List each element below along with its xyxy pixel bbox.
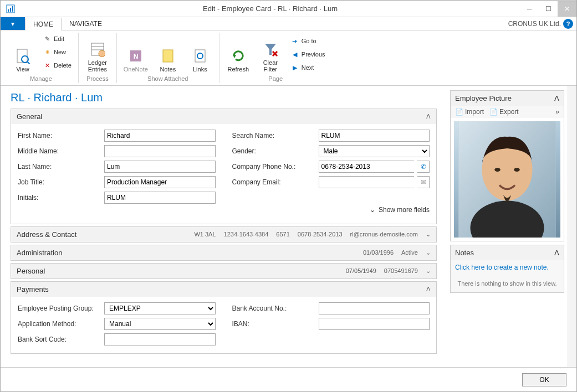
fasttab-general: General ᐱ First Name: Middle Name: Last … <box>11 109 437 224</box>
initials-field[interactable] <box>104 192 216 204</box>
fasttab-address-header[interactable]: Address & Contact W1 3AL 1234-1643-4384 … <box>11 227 436 242</box>
goto-button[interactable]: ➔Go to <box>288 35 328 47</box>
ledger-entries-button[interactable]: Ledger Entries <box>83 33 112 73</box>
previous-button[interactable]: ◀Previous <box>288 48 328 60</box>
svg-rect-13 <box>163 50 173 62</box>
fasttab-address-contact: Address & Contact W1 3AL 1234-1643-4384 … <box>11 226 437 243</box>
middle-name-field[interactable] <box>104 145 216 157</box>
import-button[interactable]: 📄Import <box>455 108 484 116</box>
window-title: Edit - Employee Card - RL · Richard · Lu… <box>21 4 520 13</box>
notes-empty-text: There is nothing to show in this view. <box>451 275 564 292</box>
more-icon[interactable]: » <box>555 108 559 116</box>
links-icon <box>191 47 209 65</box>
footer: OK <box>1 367 576 391</box>
file-menu[interactable]: ▾ <box>1 17 25 30</box>
last-name-field[interactable] <box>104 161 216 173</box>
application-method-select[interactable]: Manual <box>104 318 216 330</box>
view-button[interactable]: View <box>8 33 37 73</box>
fasttab-payments: Payments ᐱ Employee Posting Group:EMPLEX… <box>11 281 437 354</box>
main-content: RL · Richard · Lum General ᐱ First Name:… <box>1 86 447 367</box>
phone-action-icon[interactable]: ✆ <box>417 161 430 173</box>
job-title-field[interactable] <box>104 176 216 188</box>
group-page: Page <box>268 75 283 83</box>
first-name-field[interactable] <box>104 130 216 142</box>
arrow-right-icon: ➔ <box>290 37 299 45</box>
svg-point-25 <box>514 168 520 172</box>
minimize-button[interactable]: ─ <box>520 1 539 17</box>
refresh-icon <box>229 47 247 65</box>
fasttab-personal-header[interactable]: Personal 07/05/1949 0705491679 ⌄ <box>11 264 436 278</box>
edit-button[interactable]: ✎Edit <box>40 33 74 45</box>
create-note-link[interactable]: Click here to create a new note. <box>451 260 564 275</box>
title-bar: Edit - Employee Card - RL · Richard · Lu… <box>1 1 576 17</box>
export-button[interactable]: 📄Export <box>489 108 519 116</box>
ledger-icon <box>89 40 106 58</box>
svg-line-6 <box>27 61 30 64</box>
svg-point-24 <box>494 168 501 172</box>
tab-navigate[interactable]: NAVIGATE <box>62 17 110 30</box>
next-button[interactable]: ▶Next <box>288 61 328 74</box>
clear-filter-icon <box>262 40 279 58</box>
iban-field[interactable] <box>319 318 430 330</box>
company-phone-field[interactable] <box>319 161 415 173</box>
fasttab-personal: Personal 07/05/1949 0705491679 ⌄ <box>11 263 437 279</box>
page-title: RL · Richard · Lum <box>11 91 437 104</box>
chevron-up-icon: ᐱ <box>426 113 431 120</box>
fasttab-general-header[interactable]: General ᐱ <box>11 109 436 124</box>
svg-marker-16 <box>233 55 236 58</box>
bank-account-field[interactable] <box>319 302 430 314</box>
chevron-left-icon: ◀ <box>290 50 299 59</box>
new-icon: ✷ <box>43 48 52 56</box>
side-panels: Employee Pictureᐱ 📄Import 📄Export » <box>447 86 568 367</box>
svg-rect-14 <box>195 50 205 62</box>
onenote-icon: N <box>127 47 145 65</box>
svg-rect-2 <box>10 8 11 12</box>
posting-group-select[interactable]: EMPLEXP <box>104 302 216 314</box>
chevron-up-icon[interactable]: ᐱ <box>554 94 559 102</box>
show-more-fields[interactable]: ⌄Show more fields <box>18 204 430 216</box>
links-button[interactable]: Links <box>186 33 215 73</box>
maximize-button[interactable]: ☐ <box>539 1 558 17</box>
email-action-icon[interactable]: ✉ <box>417 176 430 188</box>
export-icon: 📄 <box>489 108 498 116</box>
close-button[interactable]: ✕ <box>558 1 576 17</box>
ok-button[interactable]: OK <box>522 373 566 386</box>
help-icon[interactable]: ? <box>563 19 573 29</box>
new-button[interactable]: ✷New <box>40 46 74 58</box>
search-name-field[interactable] <box>319 130 430 142</box>
svg-rect-1 <box>8 9 9 12</box>
chevron-up-icon[interactable]: ᐱ <box>554 249 559 257</box>
pencil-icon: ✎ <box>43 34 52 43</box>
group-show-attached: Show Attached <box>147 75 188 83</box>
chevron-right-icon: ▶ <box>290 63 299 72</box>
delete-icon: ✕ <box>43 61 52 70</box>
svg-text:N: N <box>133 53 138 60</box>
app-icon <box>4 2 17 16</box>
onenote-button[interactable]: N OneNote <box>121 33 150 73</box>
notes-panel: Notesᐱ Click here to create a new note. … <box>450 245 564 293</box>
clear-filter-button[interactable]: Clear Filter <box>256 33 285 73</box>
gender-select[interactable]: Male <box>319 145 430 157</box>
chevron-down-icon: ⌄ <box>426 231 431 238</box>
employee-photo <box>454 121 560 238</box>
ribbon-tabs: ▾ HOME NAVIGATE CRONUS UK Ltd. ? <box>1 17 576 30</box>
view-icon <box>14 47 32 65</box>
employee-picture-panel: Employee Pictureᐱ 📄Import 📄Export » <box>450 90 564 241</box>
company-email-field[interactable] <box>319 176 415 188</box>
svg-rect-3 <box>12 6 13 12</box>
tab-home[interactable]: HOME <box>25 18 62 30</box>
scrollbar[interactable] <box>568 86 576 367</box>
delete-button[interactable]: ✕Delete <box>40 59 74 71</box>
chevron-up-icon: ᐱ <box>426 286 431 293</box>
bank-sort-code-field[interactable] <box>104 333 216 345</box>
notes-icon <box>159 47 177 65</box>
refresh-button[interactable]: Refresh <box>224 33 253 73</box>
chevron-down-icon: ⌄ <box>426 267 431 275</box>
fasttab-administration-header[interactable]: Administration 01/03/1996 Active ⌄ <box>11 245 436 260</box>
group-process: Process <box>86 75 109 83</box>
svg-point-10 <box>99 50 105 57</box>
chevron-down-icon: ⌄ <box>370 206 375 214</box>
chevron-down-icon: ⌄ <box>426 249 431 256</box>
notes-button[interactable]: Notes <box>154 33 182 73</box>
fasttab-payments-header[interactable]: Payments ᐱ <box>11 282 436 297</box>
